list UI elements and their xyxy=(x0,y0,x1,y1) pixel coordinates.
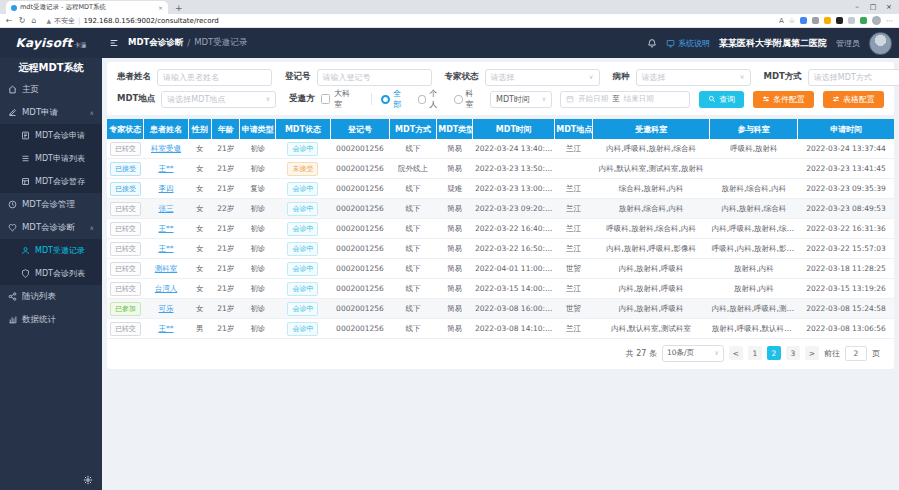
breadcrumb-parent[interactable]: MDT会诊诊断 xyxy=(128,37,183,49)
chevron-down-icon: ∨ xyxy=(266,95,271,103)
cell-patient-name: 王** xyxy=(144,319,188,339)
extension-icon-blue[interactable] xyxy=(800,17,807,24)
radio-personal-label[interactable]: 个人 xyxy=(429,88,444,110)
cell-age: 21岁 xyxy=(212,299,240,319)
pagination: 共 27 条 10条/页∨ < 1 2 3 > 前往 2 页 xyxy=(107,339,894,367)
user-role[interactable]: 管理员 xyxy=(836,38,860,49)
time-field-select[interactable]: MDT时间∨ xyxy=(490,91,552,108)
cell-mdt-status: 会诊中 xyxy=(275,319,330,339)
extension-icon-green[interactable] xyxy=(860,17,867,24)
patient-name-input[interactable]: 请输入患者姓名 xyxy=(157,69,272,86)
browser-menu-icon[interactable]: ⋯ xyxy=(886,17,893,25)
browser-tab[interactable]: mdt受邀记录 - 远程MDT系统 × xyxy=(6,1,168,14)
disease-select[interactable]: 请选择∨ xyxy=(636,69,751,86)
page-button-3[interactable]: 3 xyxy=(786,346,800,360)
mdt-location-select[interactable]: 请选择MDT地点∨ xyxy=(161,91,276,108)
patient-name-link[interactable]: 台湾人 xyxy=(155,284,178,293)
page-button-2-current[interactable]: 2 xyxy=(767,346,781,360)
sidebar-group-mdt-apply[interactable]: MDT申请 ∧ xyxy=(0,101,102,124)
sidebar-group-mdt-diagnosis[interactable]: MDT会诊诊断 ∧ xyxy=(0,216,102,239)
condition-config-button[interactable]: 条件配置 xyxy=(753,91,814,108)
extension-icon-black[interactable] xyxy=(836,17,843,24)
patient-name-link[interactable]: 王** xyxy=(159,164,174,173)
browser-home-icon[interactable]: ⌂ xyxy=(31,17,36,25)
cell-apply-type: 初诊 xyxy=(240,199,275,219)
sidebar-item-followup-list[interactable]: 随访列表 xyxy=(0,285,102,308)
radio-dept-label[interactable]: 科室 xyxy=(466,88,481,110)
window-close-button[interactable]: × xyxy=(881,0,897,14)
cell-invited-depts: 内科,放射科,呼吸科,影像科 xyxy=(593,239,710,259)
sidebar-item-mdt-invited-records[interactable]: MDT受邀记录 xyxy=(0,239,102,262)
filter-mdt-location: MDT地点 请选择MDT地点∨ xyxy=(117,91,276,108)
sidebar-item-data-statistics[interactable]: 数据统计 xyxy=(0,308,102,331)
page-button-1[interactable]: 1 xyxy=(748,346,762,360)
prev-page-button[interactable]: < xyxy=(729,346,743,360)
cell-apply-time: 2022-03-23 13:41:45 xyxy=(798,159,894,179)
address-bar[interactable]: ▲ 不安全 | 192.168.0.156:9002/consultate/re… xyxy=(46,16,218,26)
column-header: MDT地点 xyxy=(555,119,593,139)
date-range-picker[interactable]: 开始日期 至 结束日期 xyxy=(560,91,690,108)
user-avatar[interactable] xyxy=(869,32,892,55)
table-row[interactable]: 已转交王**男21岁初诊会诊中0002001256线下简易2022-03-08 … xyxy=(107,319,894,339)
goto-page-input[interactable]: 2 xyxy=(845,346,867,361)
tab-close-icon[interactable]: × xyxy=(158,4,163,11)
table-row[interactable]: 已接受李四女21岁复诊会诊中0002001256线下疑难2022-03-23 1… xyxy=(107,179,894,199)
table-row[interactable]: 已转交科室受邀女21岁初诊会诊中0002001256线下简易2022-03-24… xyxy=(107,139,894,159)
sidebar-item-mdt-manage[interactable]: MDT会诊管理 xyxy=(0,193,102,216)
sidebar-collapse-icon[interactable] xyxy=(109,38,119,48)
cell-mdt-status: 会诊中 xyxy=(275,299,330,319)
patient-name-link[interactable]: 李四 xyxy=(159,184,174,193)
register-no-input[interactable]: 请输入登记号 xyxy=(317,69,432,86)
patient-name-link[interactable]: 测科室 xyxy=(155,264,178,273)
page-size-select[interactable]: 10条/页∨ xyxy=(662,345,724,362)
extension-icon-light[interactable] xyxy=(848,17,855,24)
window-maximize-button[interactable]: □ xyxy=(865,0,881,14)
expert-status-select[interactable]: 请选择∨ xyxy=(485,69,600,86)
cell-apply-type: 复诊 xyxy=(240,179,275,199)
table-row[interactable]: 已转交台湾人女21岁初诊会诊中0002001256线下简易2022-03-15 … xyxy=(107,279,894,299)
table-row[interactable]: 已转交张三女22岁初诊会诊中0002001256线下简易2022-03-23 0… xyxy=(107,199,894,219)
sidebar-item-mdt-consult-list[interactable]: MDT会诊列表 xyxy=(0,262,102,285)
patient-name-link[interactable]: 可乐 xyxy=(159,304,174,313)
radio-dept[interactable] xyxy=(454,95,463,104)
browser-profile-avatar[interactable] xyxy=(872,16,881,25)
radio-personal[interactable] xyxy=(418,95,427,104)
dept-checkbox[interactable] xyxy=(321,94,330,104)
cell-mdt-type: 疑难 xyxy=(437,179,473,199)
read-aloud-icon[interactable]: A xyxy=(779,17,784,25)
radio-all[interactable] xyxy=(381,95,390,104)
mdt-status-badge: 会诊中 xyxy=(287,282,318,296)
sidebar-item-mdt-consult-apply[interactable]: MDT会诊申请 xyxy=(0,124,102,147)
dept-checkbox-label[interactable]: 大科室 xyxy=(334,88,356,110)
new-tab-button[interactable]: + xyxy=(175,3,183,13)
window-minimize-button[interactable]: – xyxy=(849,0,865,14)
table-config-button[interactable]: 表格配置 xyxy=(823,91,884,108)
patient-name-link[interactable]: 科室受邀 xyxy=(151,144,181,153)
system-help-link[interactable]: 系统说明 xyxy=(666,38,710,49)
table-row[interactable]: 已参加可乐女21岁初诊会诊中0002001256线下简易2022-03-08 1… xyxy=(107,299,894,319)
back-icon[interactable]: ← xyxy=(6,17,13,25)
table-row[interactable]: 已转交王**女21岁初诊会诊中0002001256线下简易2022-03-22 … xyxy=(107,219,894,239)
radio-all-label[interactable]: 全部 xyxy=(393,88,408,110)
sidebar-item-mdt-draft[interactable]: MDT会诊暂存 xyxy=(0,170,102,193)
table-row[interactable]: 已转交测科室女21岁初诊会诊中0002001256线下简易2022-04-01 … xyxy=(107,259,894,279)
mdt-mode-select[interactable]: 请选择MDT方式∨ xyxy=(808,69,899,86)
sidebar-item-mdt-apply-list[interactable]: MDT申请列表 xyxy=(0,147,102,170)
extension-icon-gray[interactable] xyxy=(812,17,819,24)
patient-name-link[interactable]: 王** xyxy=(159,224,174,233)
reload-icon[interactable]: ↻ xyxy=(19,17,26,25)
notification-bell-icon[interactable] xyxy=(647,38,657,48)
column-header: 患者姓名 xyxy=(144,119,188,139)
extension-icon-orange[interactable] xyxy=(824,17,831,24)
next-page-button[interactable]: > xyxy=(805,346,819,360)
sidebar-item-home[interactable]: 主页 xyxy=(0,78,102,101)
patient-name-link[interactable]: 王** xyxy=(159,324,174,333)
patient-name-link[interactable]: 王** xyxy=(159,244,174,253)
settings-gear-icon[interactable] xyxy=(83,475,93,485)
table-row[interactable]: 已转交王**女21岁初诊会诊中0002001256线下简易2022-03-22 … xyxy=(107,239,894,259)
patient-name-link[interactable]: 张三 xyxy=(159,204,174,213)
favorites-star-icon[interactable]: ☆ xyxy=(789,17,795,25)
table-row[interactable]: 已接受王**女21岁初诊未接受0002001256院外线上简易2022-03-2… xyxy=(107,159,894,179)
search-button[interactable]: 查询 xyxy=(699,91,744,108)
cell-joined-depts xyxy=(710,159,798,179)
